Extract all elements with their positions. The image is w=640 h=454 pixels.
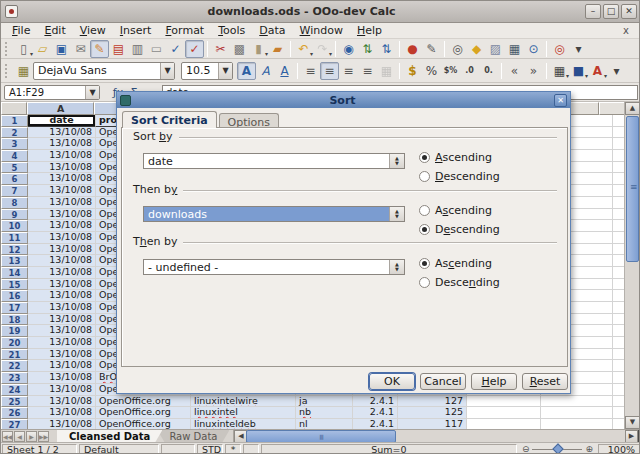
spinner-icon[interactable]: ▲▼: [389, 154, 404, 168]
underline-button[interactable]: A: [275, 62, 294, 80]
radio-unselected-icon[interactable]: [419, 205, 430, 216]
vertical-scrollbar-thumb[interactable]: [626, 116, 639, 262]
close-document-button[interactable]: x: [615, 25, 637, 36]
cell-A22[interactable]: 13/10/08: [28, 360, 96, 372]
open-button[interactable]: ▱: [33, 40, 52, 58]
cell-B27[interactable]: OpenOffice.org: [96, 419, 191, 429]
row-header-25[interactable]: 25: [1, 396, 28, 408]
cell-A27[interactable]: 13/10/08: [28, 419, 96, 429]
cell-A16[interactable]: 13/10/08: [28, 290, 96, 302]
vertical-scrollbar[interactable]: ▲ ▼: [624, 102, 639, 429]
cell-A11[interactable]: 13/10/08: [28, 232, 96, 244]
sheet-tab-cleansed-data[interactable]: Cleansed Data: [57, 430, 162, 442]
help-button[interactable]: ◎: [550, 40, 569, 58]
row-header-22[interactable]: 22: [1, 360, 28, 372]
spellcheck-button[interactable]: ✓: [166, 40, 185, 58]
cell-E27[interactable]: 2.4.1: [353, 419, 398, 429]
cell-A9[interactable]: 13/10/08: [28, 209, 96, 221]
font-name-combo[interactable]: DejaVu Sans ▼: [33, 62, 175, 80]
italic-button[interactable]: A: [256, 62, 275, 80]
menu-view[interactable]: View: [73, 23, 113, 38]
font-color-button[interactable]: A▾: [588, 62, 607, 80]
maximize-button[interactable]: □: [603, 4, 619, 19]
column-header-A[interactable]: A: [27, 102, 93, 115]
cell-H25[interactable]: [541, 396, 613, 408]
radio-selected-icon[interactable]: [419, 258, 430, 269]
sort-by-descending-radio[interactable]: Descending: [419, 169, 500, 183]
data-sources-button[interactable]: ▦: [505, 40, 524, 58]
sheet-tab-raw-data[interactable]: Raw Data: [157, 430, 229, 442]
then-by-2-ascending-radio[interactable]: Ascending: [419, 256, 492, 270]
sort-by-ascending-radio[interactable]: Ascending: [419, 150, 492, 164]
find-replace-button[interactable]: ◎: [448, 40, 467, 58]
font-size-combo[interactable]: 10.5 ▼: [181, 62, 233, 80]
page-preview-button[interactable]: ▭: [147, 40, 166, 58]
radio-selected-icon[interactable]: [419, 224, 430, 235]
cell-A6[interactable]: 13/10/08: [28, 173, 96, 185]
save-button[interactable]: ▣: [52, 40, 71, 58]
row-header-14[interactable]: 14: [1, 267, 28, 279]
cell-C27[interactable]: linuxinteldeb: [191, 419, 296, 429]
first-sheet-button[interactable]: ◀◀: [2, 431, 13, 442]
zoom-in-icon[interactable]: ⊕: [585, 444, 593, 454]
cancel-button[interactable]: Cancel: [420, 373, 466, 390]
cell-A21[interactable]: 13/10/08: [28, 349, 96, 361]
close-button[interactable]: ✕: [621, 4, 637, 19]
navigator-button[interactable]: ◆: [467, 40, 486, 58]
row-header-27[interactable]: 27: [1, 419, 28, 429]
add-decimal-place-button[interactable]: .0: [460, 62, 479, 80]
menu-edit[interactable]: Edit: [37, 23, 72, 38]
row-header-2[interactable]: 2: [1, 127, 28, 139]
menu-file[interactable]: File: [5, 23, 37, 38]
gallery-button[interactable]: ▨: [486, 40, 505, 58]
number-format-percent-button[interactable]: %: [422, 62, 441, 80]
zoom-button[interactable]: ⊙: [524, 40, 543, 58]
radio-unselected-icon[interactable]: [419, 277, 430, 288]
edit-file-button[interactable]: ✎: [90, 40, 109, 58]
minimize-button[interactable]: –: [585, 4, 601, 19]
cut-button[interactable]: ✂: [211, 40, 230, 58]
row-header-1[interactable]: 1: [1, 115, 28, 127]
delete-decimal-place-button[interactable]: 0.: [479, 62, 498, 80]
row-header-8[interactable]: 8: [1, 197, 28, 209]
then-by-1-combo[interactable]: downloads▲▼: [143, 206, 405, 222]
dropdown-caret-icon[interactable]: ▾: [329, 50, 332, 57]
menu-tools[interactable]: Tools: [211, 23, 252, 38]
scroll-down-button[interactable]: ▼: [625, 416, 640, 429]
cell-A2[interactable]: 13/10/08: [28, 127, 96, 139]
cell-B25[interactable]: OpenOffice.org: [96, 396, 191, 408]
cell-G26[interactable]: [467, 407, 541, 419]
align-justified-button[interactable]: ≡: [358, 62, 377, 80]
row-header-9[interactable]: 9: [1, 209, 28, 221]
menu-data[interactable]: Data: [252, 23, 292, 38]
menu-window[interactable]: Window: [293, 23, 350, 38]
insert-chart-button[interactable]: ●: [403, 40, 422, 58]
bold-button[interactable]: A: [237, 62, 256, 80]
sort-descending-button[interactable]: ⇅: [377, 40, 396, 58]
menu-help[interactable]: Help: [350, 23, 389, 38]
print-button[interactable]: ▥: [128, 40, 147, 58]
cell-F27[interactable]: 117: [398, 419, 467, 429]
cell-H27[interactable]: [541, 419, 613, 429]
cell-A12[interactable]: 13/10/08: [28, 244, 96, 256]
cell-A7[interactable]: 13/10/08: [28, 185, 96, 197]
cell-E26[interactable]: 2.4.1: [353, 407, 398, 419]
background-color-button[interactable]: ■▾: [569, 62, 588, 80]
align-right-button[interactable]: ≡: [339, 62, 358, 80]
tab-options[interactable]: Options: [219, 113, 279, 128]
row-header-26[interactable]: 26: [1, 407, 28, 419]
row-header-17[interactable]: 17: [1, 302, 28, 314]
cell-F26[interactable]: 125: [398, 407, 467, 419]
row-header-11[interactable]: 11: [1, 232, 28, 244]
cell-A19[interactable]: 13/10/08: [28, 325, 96, 337]
cell-A3[interactable]: 13/10/08: [28, 138, 96, 150]
zoom-slider-thumb[interactable]: [553, 443, 564, 454]
cell-A25[interactable]: 13/10/08: [28, 396, 96, 408]
zoom-slider-track[interactable]: [532, 449, 582, 450]
chevron-down-icon[interactable]: ▼: [218, 63, 232, 79]
toolbar-overflow-button[interactable]: ▾: [607, 62, 626, 80]
row-header-21[interactable]: 21: [1, 349, 28, 361]
cell-A26[interactable]: 13/10/08: [28, 407, 96, 419]
copy-button[interactable]: ▩: [230, 40, 249, 58]
row-header-13[interactable]: 13: [1, 255, 28, 267]
